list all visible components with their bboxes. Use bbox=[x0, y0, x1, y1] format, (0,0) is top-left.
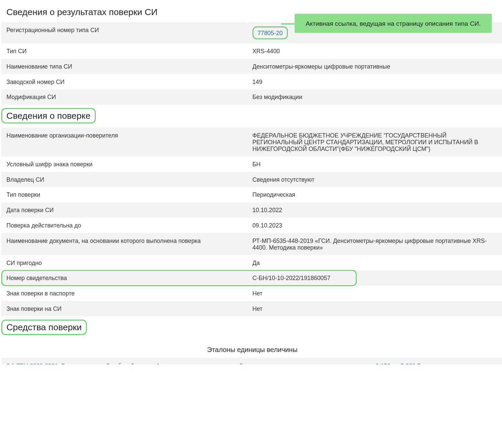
etalon-link[interactable]: 3.1.ZБН.2909.2021; Государственный рабоч… bbox=[6, 363, 421, 364]
section-title-results: Сведения о результатах поверки СИ bbox=[4, 6, 160, 18]
regnum-highlight: 77805-20 bbox=[252, 26, 288, 39]
row-modification: Модификация СИ Без модификации bbox=[1, 89, 502, 105]
results-table: Регистрационный номер типа СИ 77805-20 Т… bbox=[1, 22, 502, 104]
row-factory-num: Заводской номер СИ 149 bbox=[1, 74, 502, 89]
subsection-etalons: Эталоны единицы величины bbox=[1, 346, 502, 354]
verification-table: Наименование организации-поверителяФЕДЕР… bbox=[1, 127, 502, 316]
row-name-type: Наименование типа СИ Денситометры-яркоме… bbox=[1, 59, 502, 74]
section-title-means: Средства поверки bbox=[1, 320, 87, 335]
label-regnum: Регистрационный номер типа СИ bbox=[1, 22, 247, 43]
row-type-si: Тип СИ XRS-4400 bbox=[1, 43, 502, 59]
section-title-verification: Сведения о поверке bbox=[1, 108, 96, 123]
row-certificate-number: Номер свидетельства С-БН/10-10-2022/1918… bbox=[1, 270, 502, 286]
etalon-block: 3.1.ZБН.2909.2021; Государственный рабоч… bbox=[1, 358, 502, 364]
annotation-callout: Активная ссылка, ведущая на страницу опи… bbox=[295, 14, 492, 33]
regnum-link[interactable]: 77805-20 bbox=[257, 29, 282, 36]
